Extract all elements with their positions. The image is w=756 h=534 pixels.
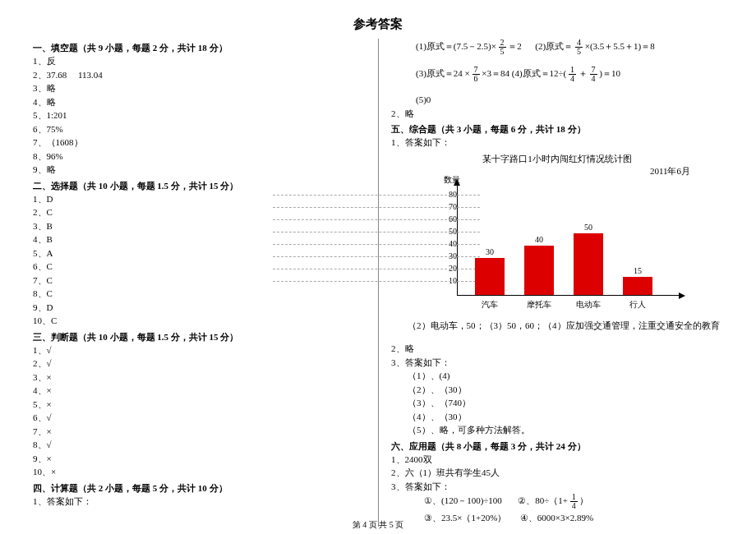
sec3-item: 8、√: [33, 438, 366, 452]
page-title: 参考答案: [33, 16, 723, 32]
sec6-item: 1、2400双: [391, 453, 723, 467]
sec1-item: 8、96%: [33, 150, 366, 163]
fraction-icon: 76: [472, 66, 480, 83]
sec2-item: 6、C: [33, 260, 366, 274]
sec2-item: 10、C: [33, 314, 366, 328]
chart-analysis: （2）电动车，50；（3）50，60；（4）应加强交通管理，注重交通安全的教育: [391, 319, 723, 333]
eq4-plus: ＋: [579, 68, 588, 78]
fraction-icon: 14: [569, 66, 576, 83]
x-axis: [457, 295, 680, 296]
y-tick: 80: [437, 190, 457, 199]
equation-row-1: (1)原式＝(7.5－2.5)× 25 ＝2 (2)原式＝ 45 ×(3.5＋5…: [391, 39, 723, 56]
sec1-item: 7、（1608）: [33, 136, 366, 150]
arrow-right-icon: [679, 292, 685, 299]
left-column: 一、填空题（共 9 小题，每题 2 分，共计 18 分） 1、反 2、37.68…: [33, 39, 378, 527]
bar-category: 汽车: [470, 299, 509, 311]
right-column: (1)原式＝(7.5－2.5)× 25 ＝2 (2)原式＝ 45 ×(3.5＋5…: [378, 39, 723, 527]
sec4-item: 1、答案如下：: [33, 495, 366, 509]
eq3: (3)原式＝24 ×: [416, 68, 470, 78]
sec3-item: 6、√: [33, 411, 366, 425]
sec2-head: 二、选择题（共 10 小题，每题 1.5 分，共计 15 分）: [33, 180, 366, 192]
y-tick: 30: [437, 251, 457, 260]
bar-category: 摩托车: [519, 299, 559, 311]
eq1: (1)原式＝(7.5－2.5)×: [416, 41, 496, 51]
sec5-3-sub: （4）、（30）: [391, 410, 723, 424]
sec3-item: 10、×: [33, 465, 366, 479]
fraction-icon: 45: [575, 39, 583, 56]
sec5-item2: 2、略: [391, 342, 723, 356]
sec1-item: 2、37.68 113.04: [33, 68, 366, 82]
sec5-head: 五、综合题（共 3 小题，每题 6 分，共计 18 分）: [391, 123, 723, 136]
eq-a: ①、(120－100)÷100: [424, 495, 502, 505]
eq-b-suffix: ）: [579, 495, 588, 505]
eq3-suffix: ×3＝84: [482, 68, 509, 78]
sec6-item: 3、答案如下：: [391, 480, 723, 494]
chart-subtitle: 2011年6月: [391, 165, 723, 177]
sec6-item: 2、六（1）班共有学生45人: [391, 466, 723, 480]
sec3-item: 4、×: [33, 384, 366, 398]
sec4-head: 四、计算题（共 2 小题，每题 5 分，共计 10 分）: [33, 482, 366, 495]
chart-title: 某十字路口1小时内闯红灯情况统计图: [391, 153, 723, 165]
sec1-head: 一、填空题（共 9 小题，每题 2 分，共计 18 分）: [33, 42, 366, 54]
eq1-suffix: ＝2: [508, 41, 522, 51]
eq-b-prefix: ②、80÷（1+: [518, 495, 568, 505]
sec6-head: 六、应用题（共 8 小题，每题 3 分，共计 24 分）: [391, 440, 723, 453]
eq2: (2)原式＝: [535, 41, 573, 51]
bar-value: 30: [475, 247, 505, 256]
y-tick: 60: [437, 214, 457, 223]
sec5-item1: 1、答案如下：: [391, 136, 723, 150]
eq2-mid: ×(3.5＋5.5＋1)＝8: [585, 41, 655, 51]
bar: [574, 233, 603, 295]
sec4-item2: 2、略: [391, 107, 723, 121]
equation-row-2: (3)原式＝24 × 76 ×3＝84 (4)原式＝12÷( 14 ＋ 74 )…: [391, 66, 723, 83]
sec1-item: 4、略: [33, 95, 366, 109]
sec1-item: 1、反: [33, 54, 366, 68]
sec3-item: 1、√: [33, 343, 366, 357]
sec5-3-sub: （3）、（740）: [391, 396, 723, 410]
fraction-icon: 14: [570, 493, 578, 510]
y-tick: 40: [437, 239, 457, 248]
eq5: (5)0: [391, 93, 723, 107]
sec3-item: 2、√: [33, 357, 366, 371]
content-columns: 一、填空题（共 9 小题，每题 2 分，共计 18 分） 1、反 2、37.68…: [33, 39, 723, 527]
eq4: (4)原式＝12÷(: [512, 68, 567, 78]
sec2-item: 9、D: [33, 301, 366, 315]
sec1-item: 3、略: [33, 81, 366, 95]
sec3-head: 三、判断题（共 10 小题，每题 1.5 分，共计 15 分）: [33, 331, 366, 343]
bar-category: 电动车: [569, 299, 608, 311]
y-tick: 50: [437, 227, 457, 236]
sec2-item: 8、C: [33, 287, 366, 301]
sec5-3-sub: （5）、略，可多种方法解答。: [391, 423, 723, 437]
y-axis: [457, 185, 458, 296]
bar-value: 40: [524, 235, 554, 244]
sec1-item: 6、75%: [33, 122, 366, 136]
bar: [623, 277, 652, 295]
sec1-item: 5、1:201: [33, 108, 366, 122]
y-tick: 10: [437, 276, 457, 285]
y-tick: 20: [437, 264, 457, 273]
sec2-item: 5、A: [33, 246, 366, 260]
eq4-suffix: )＝10: [599, 68, 620, 78]
bar: [475, 258, 505, 295]
sec3-item: 9、×: [33, 452, 366, 466]
bar-value: 15: [623, 266, 652, 275]
fraction-icon: 74: [590, 66, 597, 83]
bar-chart: 数量 10 20 30 40 50 60 70 80 30 汽车 40 摩托车 …: [426, 181, 689, 312]
fraction-icon: 25: [499, 39, 506, 56]
sec6-eq-row1: ①、(120－100)÷100 ②、80÷（1+ 14 ）: [391, 493, 723, 510]
sec5-item3: 3、答案如下：: [391, 356, 723, 370]
sec1-item: 9、略: [33, 163, 366, 177]
bar-value: 50: [574, 223, 603, 232]
y-tick: 70: [437, 202, 457, 211]
sec3-item: 7、×: [33, 425, 366, 439]
bar-category: 行人: [618, 299, 657, 311]
sec3-item: 5、×: [33, 398, 366, 412]
sec5-3-sub: （1）、(4): [391, 369, 723, 383]
page-footer: 第 4 页 共 5 页: [0, 519, 756, 531]
bar: [524, 246, 554, 295]
sec5-3-sub: （2）、（30）: [391, 383, 723, 397]
sec3-item: 3、×: [33, 371, 366, 384]
